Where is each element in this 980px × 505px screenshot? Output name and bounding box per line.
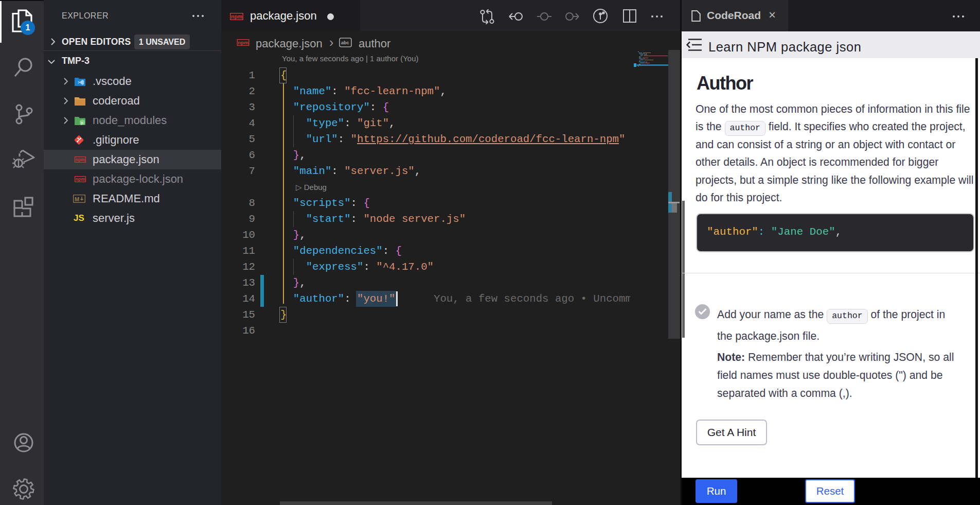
svg-text:npm: npm bbox=[238, 40, 248, 45]
svg-text:js: js bbox=[80, 121, 83, 125]
svg-text:npm: npm bbox=[76, 157, 85, 162]
svg-text:npm: npm bbox=[231, 13, 242, 20]
svg-text:M: M bbox=[75, 196, 79, 202]
svg-text:abc: abc bbox=[341, 40, 349, 45]
svg-text:npm: npm bbox=[76, 177, 85, 182]
